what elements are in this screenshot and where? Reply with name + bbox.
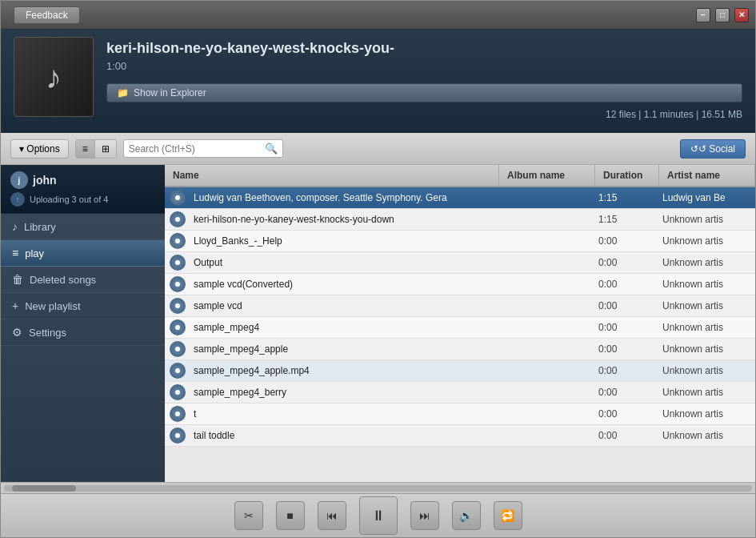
scrollbar-track[interactable] — [4, 485, 752, 492]
scrollbar-area[interactable] — [1, 482, 755, 493]
avatar: j — [10, 171, 28, 189]
song-icon — [170, 190, 186, 206]
search-box: 🔍 — [123, 139, 283, 158]
song-icon-inner — [175, 217, 180, 222]
song-duration: 0:00 — [595, 404, 659, 424]
song-name: sample_mpeg4 — [190, 317, 499, 338]
music-note-icon: ♪ — [46, 59, 62, 95]
table-row[interactable]: sample vcd(Converted) 0:00 Unknown artis — [165, 274, 755, 295]
table-row[interactable]: sample_mpeg4_berry 0:00 Unknown artis — [165, 382, 755, 404]
song-duration: 0:00 — [595, 317, 659, 338]
table-row[interactable]: tail toddle 0:00 Unknown artis — [165, 425, 755, 447]
play-list-icon: ≡ — [12, 247, 18, 259]
next-button[interactable]: ⏭ — [410, 501, 439, 530]
song-album — [499, 279, 595, 289]
song-name: sample_mpeg4_apple — [190, 339, 499, 359]
song-icon — [170, 406, 186, 422]
table-row[interactable]: sample vcd 0:00 Unknown artis — [165, 295, 755, 317]
song-album — [499, 387, 595, 397]
header-stats: 12 files | 1.1 minutes | 16.51 MB — [106, 106, 742, 120]
song-album — [499, 193, 595, 203]
sidebar-item-deleted[interactable]: 🗑 Deleted songs — [1, 267, 165, 293]
feedback-button[interactable]: Feedback — [14, 6, 80, 24]
repeat-button[interactable]: 🔁 — [494, 501, 522, 530]
sidebar-item-play[interactable]: ≡ play — [1, 240, 165, 267]
song-duration: 0:00 — [595, 274, 659, 295]
upload-status: ↑ Uploading 3 out of 4 — [10, 192, 155, 207]
user-name-display: j john — [10, 171, 155, 189]
album-art: ♪ — [14, 37, 94, 117]
sidebar-item-settings[interactable]: ⚙ Settings — [1, 319, 165, 346]
song-icon — [170, 384, 186, 400]
options-button[interactable]: ▾ Options — [10, 139, 69, 159]
song-icon-inner — [175, 195, 180, 200]
prev-button[interactable]: ⏮ — [318, 501, 346, 530]
sidebar-item-new-playlist[interactable]: + New playlist — [1, 293, 165, 319]
song-name: sample vcd — [190, 295, 499, 316]
list-header: Name Album name Duration Artist name — [165, 165, 755, 187]
table-row[interactable]: sample_mpeg4_apple.mp4 0:00 Unknown arti… — [165, 360, 755, 382]
song-icon — [170, 298, 186, 314]
library-icon: ♪ — [12, 220, 18, 233]
song-album — [499, 323, 595, 332]
song-icon-inner — [175, 282, 180, 287]
song-artist: Unknown artis — [659, 231, 755, 251]
song-name: tail toddle — [190, 425, 499, 446]
search-input[interactable] — [129, 143, 262, 155]
minimize-button[interactable]: − — [696, 8, 710, 22]
song-icon-inner — [175, 433, 180, 438]
table-row[interactable]: Ludwig van Beethoven, composer. Seattle … — [165, 187, 755, 209]
list-view-button[interactable]: ≡ — [76, 140, 95, 158]
column-header-duration: Duration — [595, 165, 659, 186]
song-artist: Unknown artis — [659, 317, 755, 338]
song-icon — [170, 276, 186, 292]
maximize-button[interactable]: □ — [715, 8, 730, 22]
table-row[interactable]: sample_mpeg4 0:00 Unknown artis — [165, 317, 755, 339]
song-artist: Unknown artis — [659, 274, 755, 295]
list-body: Ludwig van Beethoven, composer. Seattle … — [165, 187, 755, 482]
grid-view-button[interactable]: ⊞ — [95, 140, 116, 158]
toolbar: ▾ Options ≡ ⊞ 🔍 ↺ ↺ Social — [1, 133, 755, 165]
sidebar-item-library[interactable]: ♪ Library — [1, 214, 165, 240]
song-artist: Unknown artis — [659, 209, 755, 230]
song-album — [499, 409, 595, 419]
view-toggle: ≡ ⊞ — [75, 139, 117, 159]
song-name: Ludwig van Beethoven, composer. Seattle … — [190, 187, 499, 208]
play-pause-button[interactable]: ⏸ — [359, 496, 398, 535]
song-artist: Unknown artis — [659, 382, 755, 403]
table-row[interactable]: sample_mpeg4_apple 0:00 Unknown artis — [165, 339, 755, 360]
show-in-explorer-button[interactable]: 📁 Show in Explorer — [106, 83, 742, 102]
song-icon — [170, 233, 186, 249]
song-duration: 0:00 — [595, 382, 659, 403]
song-duration: 0:00 — [595, 339, 659, 359]
table-row[interactable]: keri-hilson-ne-yo-kaney-west-knocks-you-… — [165, 209, 755, 231]
song-artist: Unknown artis — [659, 404, 755, 424]
song-duration: 1:15 — [595, 209, 659, 230]
song-duration: 0:00 — [595, 231, 659, 251]
table-row[interactable]: t 0:00 Unknown artis — [165, 404, 755, 425]
settings-icon: ⚙ — [12, 326, 22, 339]
scrollbar-thumb[interactable] — [12, 485, 76, 492]
song-icon — [170, 428, 186, 444]
trash-icon: 🗑 — [12, 273, 23, 286]
song-list: Name Album name Duration Artist name Lud… — [165, 165, 755, 482]
song-duration: 0:00 — [595, 360, 659, 381]
track-duration: 1:00 — [106, 60, 742, 72]
stop-button[interactable]: ■ — [276, 501, 305, 530]
volume-button[interactable]: 🔊 — [452, 501, 481, 530]
social-button[interactable]: ↺ ↺ Social — [680, 139, 746, 159]
search-icon: 🔍 — [265, 143, 278, 155]
table-row[interactable]: Output 0:00 Unknown artis — [165, 252, 755, 274]
song-duration: 0:00 — [595, 295, 659, 316]
song-icon-inner — [175, 325, 180, 330]
song-icon-inner — [175, 239, 180, 243]
song-artist: Unknown artis — [659, 425, 755, 446]
table-row[interactable]: Lloyd_Banks_-_Help 0:00 Unknown artis — [165, 231, 755, 252]
shuffle-button[interactable]: ✂ — [234, 501, 263, 530]
song-artist: Ludwig van Be — [659, 187, 755, 208]
song-name: keri-hilson-ne-yo-kaney-west-knocks-you-… — [190, 209, 499, 230]
song-album — [499, 431, 595, 440]
song-name: sample vcd(Converted) — [190, 274, 499, 295]
close-button[interactable]: ✕ — [734, 8, 749, 22]
song-artist: Unknown artis — [659, 360, 755, 381]
